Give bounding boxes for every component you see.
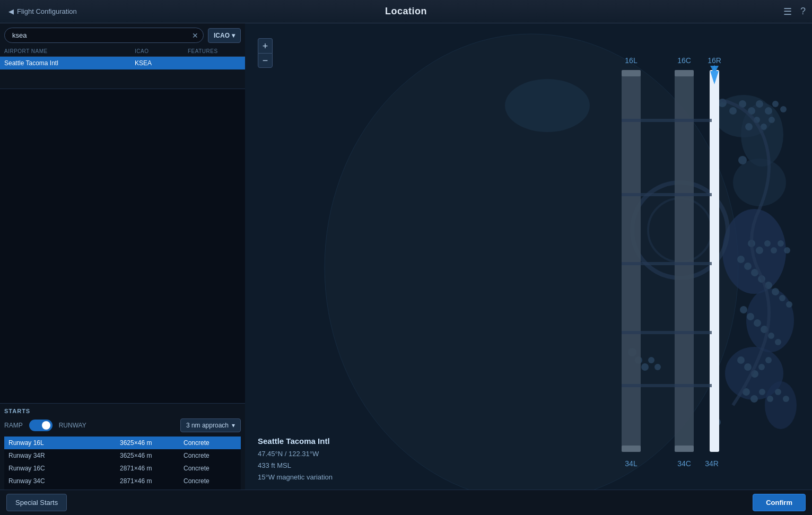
search-input[interactable]	[4, 28, 204, 43]
runway-name: Runway 16L	[8, 439, 120, 447]
settings-icon[interactable]: ☰	[783, 6, 792, 18]
approach-dropdown[interactable]: 3 nm approach ▾	[180, 418, 241, 432]
search-wrap: ✕	[4, 28, 204, 43]
svg-point-11	[729, 107, 737, 115]
starts-toggle-row: RAMP RUNWAY 3 nm approach ▾	[4, 418, 241, 432]
svg-point-44	[744, 363, 752, 371]
svg-point-9	[765, 381, 797, 429]
svg-point-47	[765, 357, 772, 363]
back-arrow-icon: ◀	[8, 7, 14, 15]
svg-point-28	[784, 247, 790, 254]
svg-point-15	[765, 107, 772, 115]
help-icon[interactable]: ?	[800, 6, 806, 17]
svg-rect-67	[675, 70, 694, 76]
col-icao: ICAO	[135, 48, 188, 54]
airport-coords: 47.45°N / 122.31°W	[258, 448, 333, 460]
approach-chevron-icon: ▾	[232, 422, 235, 429]
svg-text:16C: 16C	[677, 56, 691, 65]
svg-point-21	[769, 117, 775, 123]
svg-point-2	[505, 79, 590, 132]
zoom-out-button[interactable]: −	[258, 53, 273, 68]
svg-point-53	[783, 396, 789, 402]
svg-point-5	[733, 159, 786, 206]
clear-search-button[interactable]: ✕	[192, 32, 198, 39]
svg-point-16	[772, 101, 779, 107]
runway-surface: Concrete	[184, 477, 237, 485]
search-row: ✕ ICAO ▾	[0, 23, 245, 46]
svg-rect-72	[622, 331, 712, 334]
svg-text:34L: 34L	[625, 459, 638, 468]
zoom-in-button[interactable]: +	[258, 38, 273, 53]
icao-filter-button[interactable]: ICAO ▾	[208, 28, 241, 43]
svg-point-49	[750, 395, 758, 403]
svg-point-22	[738, 156, 747, 164]
runway-dimensions: 2871×46 m	[120, 477, 184, 485]
confirm-button[interactable]: Confirm	[753, 494, 806, 511]
svg-text:16L: 16L	[625, 56, 638, 65]
svg-rect-71	[622, 262, 712, 265]
zoom-controls: + −	[258, 38, 273, 68]
left-panel: ✕ ICAO ▾ AIRPORT NAME ICAO FEATURES Seat…	[0, 23, 245, 515]
svg-text:34C: 34C	[677, 459, 691, 468]
airport-table-header: AIRPORT NAME ICAO FEATURES	[0, 46, 245, 57]
svg-point-25	[764, 240, 771, 247]
runway-surface: Concrete	[184, 439, 237, 447]
svg-point-41	[768, 333, 774, 339]
airport-icao: KSEA	[135, 59, 188, 67]
airport-features	[188, 59, 241, 67]
airport-magvar: 15°W magnetic variation	[258, 472, 333, 483]
svg-point-52	[775, 389, 781, 395]
starts-title: STARTS	[4, 408, 241, 414]
runway-surface: Concrete	[184, 452, 237, 459]
page-title: Location	[385, 6, 427, 17]
ramp-runway-toggle[interactable]	[29, 420, 53, 431]
svg-rect-73	[622, 384, 712, 387]
svg-point-29	[737, 256, 745, 263]
airport-name: Seattle Tacoma Intl	[4, 59, 135, 67]
svg-rect-66	[622, 446, 641, 452]
map-panel[interactable]: 16L 16C 16R 34L 34C 34R + − Seattle Taco…	[245, 23, 812, 515]
svg-point-24	[756, 247, 763, 254]
runway-dimensions: 2871×46 m	[120, 465, 184, 472]
runway-row[interactable]: Runway 34R 3625×46 m Concrete	[4, 449, 241, 462]
svg-point-17	[780, 106, 787, 112]
left-map-placeholder	[0, 89, 245, 403]
approach-label: 3 nm approach	[186, 422, 229, 429]
svg-rect-69	[622, 119, 712, 122]
runway-row[interactable]: Runway 16L 3625×46 m Concrete	[4, 437, 241, 449]
airport-row[interactable]: Seattle Tacoma Intl KSEA	[0, 57, 245, 69]
icao-chevron-icon: ▾	[232, 32, 235, 39]
runway-dimensions: 3625×46 m	[120, 452, 184, 459]
svg-point-34	[772, 288, 779, 295]
svg-point-14	[756, 100, 763, 108]
runway-row[interactable]: Runway 16C 2871×46 m Concrete	[4, 462, 241, 475]
svg-point-57	[648, 357, 654, 363]
back-button[interactable]: ◀ Flight Configuration	[4, 5, 81, 18]
runway-surface: Concrete	[184, 465, 237, 472]
svg-point-36	[786, 301, 792, 308]
icao-label: ICAO	[214, 32, 230, 39]
svg-point-51	[767, 396, 773, 402]
top-right-icons: ☰ ?	[783, 6, 806, 18]
svg-rect-63	[675, 70, 694, 452]
runway-name: Runway 34C	[8, 477, 120, 485]
runway-name: Runway 16C	[8, 465, 120, 472]
airport-info-name: Seattle Tacoma Intl	[258, 434, 333, 448]
ramp-label: RAMP	[4, 422, 23, 429]
runway-label: RUNWAY	[59, 422, 86, 429]
svg-point-56	[641, 363, 649, 371]
svg-rect-68	[675, 446, 694, 452]
svg-point-42	[775, 339, 781, 345]
special-starts-button[interactable]: Special Starts	[6, 494, 67, 511]
col-features: FEATURES	[188, 48, 241, 54]
bottom-bar: Special Starts Confirm	[0, 490, 812, 515]
svg-rect-70	[622, 193, 712, 196]
svg-rect-64	[710, 70, 719, 452]
col-airport-name: AIRPORT NAME	[4, 48, 135, 54]
back-label: Flight Configuration	[17, 7, 77, 15]
toggle-knob	[42, 421, 50, 430]
svg-point-43	[737, 356, 745, 364]
svg-point-30	[744, 263, 752, 270]
svg-point-18	[745, 123, 753, 130]
runway-row[interactable]: Runway 34C 2871×46 m Concrete	[4, 475, 241, 487]
